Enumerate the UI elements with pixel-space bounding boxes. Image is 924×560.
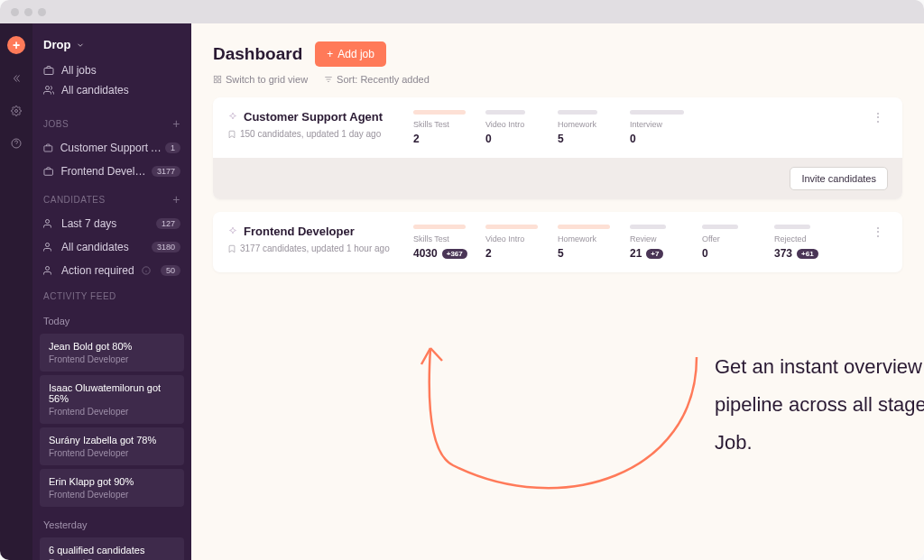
activity-feed-card[interactable]: Surány Izabella got 78%Frontend Develope… (40, 427, 184, 465)
stage-bar (413, 225, 466, 229)
activity-feed-card[interactable]: Jean Bold got 80%Frontend Developer (40, 334, 184, 372)
stage-label: Video Intro (485, 120, 547, 129)
sidebar-candidate-filter[interactable]: Last 7 days127 (32, 212, 191, 235)
activity-title: Erin Klapp got 90% (49, 476, 175, 487)
pipeline-stage[interactable]: Rejected 373+61 (774, 225, 836, 260)
stage-label: Homework (558, 120, 619, 129)
stage-value: 2 (413, 133, 475, 145)
svg-rect-11 (218, 76, 221, 78)
pipeline-stage[interactable]: Interview 0 (630, 110, 691, 145)
sidebar: Drop All jobs All candidates JOBS + Cust… (32, 23, 191, 560)
card-menu-button[interactable]: ⋮ (868, 225, 888, 239)
activity-subtitle: Frontend Developer (49, 490, 175, 500)
switch-view-button[interactable]: Switch to grid view (213, 74, 308, 85)
sparkle-icon (227, 226, 238, 237)
chevron-down-icon (76, 41, 85, 50)
activity-feed-card[interactable]: 6 qualified candidatesFrontend Developer (40, 537, 184, 560)
collapse-icon[interactable] (11, 72, 22, 87)
stage-value: 2 (485, 247, 547, 260)
stage-label: Review (630, 234, 691, 243)
stage-value: 4030+367 (413, 247, 475, 260)
section-candidates-header: CANDIDATES + (32, 183, 191, 212)
stage-bar (558, 110, 597, 115)
sidebar-candidate-filter[interactable]: Action required50 (32, 259, 191, 282)
users-icon (43, 218, 54, 229)
add-job-button[interactable]: + Add job (315, 41, 386, 67)
workspace-switcher[interactable]: Drop (32, 32, 191, 64)
users-icon (43, 265, 54, 276)
pipeline-stage[interactable]: Skills Test 4030+367 (413, 225, 475, 260)
nav-all-candidates[interactable]: All candidates (43, 84, 180, 96)
job-name[interactable]: Frontend Developer (227, 225, 395, 238)
pipeline-stage[interactable]: Skills Test 2 (413, 110, 475, 145)
card-menu-button[interactable]: ⋮ (868, 110, 888, 124)
pipeline-stage[interactable]: Offer 0 (702, 225, 763, 260)
briefcase-icon (43, 142, 53, 153)
svg-point-0 (15, 110, 18, 113)
job-card: Customer Support Agent 150 candidates, u… (213, 97, 902, 199)
activity-feed-card[interactable]: Isaac Oluwatemilorun got 56%Frontend Dev… (40, 375, 184, 424)
stage-bar (413, 110, 466, 115)
invite-candidates-button[interactable]: Invite candidates (790, 167, 888, 190)
delta-pill: +7 (646, 249, 663, 259)
sidebar-job-item[interactable]: Customer Support Agent1 (32, 136, 191, 160)
add-button[interactable]: + (7, 36, 25, 54)
sidebar-job-item[interactable]: Frontend Developer3177 (32, 160, 191, 183)
workspace-name: Drop (43, 38, 70, 51)
nav-all-jobs[interactable]: All jobs (43, 64, 180, 77)
sidebar-item-label: Action required (61, 264, 134, 277)
stage-bar (702, 225, 738, 229)
overlay-annotation-text: Get an instant overview of your hiring p… (715, 348, 924, 461)
delta-pill: +367 (442, 249, 467, 259)
pipeline-stage[interactable]: Video Intro 0 (485, 110, 547, 145)
stage-bar (485, 110, 525, 115)
job-card: Frontend Developer 3177 candidates, upda… (213, 212, 902, 272)
add-candidate-filter-icon[interactable]: + (172, 192, 180, 207)
sidebar-item-label: Frontend Developer (60, 165, 152, 178)
grid-icon (213, 75, 222, 84)
page-title: Dashboard (213, 44, 302, 64)
pipeline-stage[interactable]: Video Intro 2 (485, 225, 547, 260)
stage-bar (558, 225, 610, 229)
delta-pill: +61 (797, 249, 818, 259)
sort-button[interactable]: Sort: Recently added (324, 74, 430, 85)
main-content: Dashboard + Add job Switch to grid view … (191, 23, 924, 560)
stage-value: 5 (558, 133, 619, 145)
traffic-light-close[interactable] (11, 8, 19, 16)
activity-subtitle: Frontend Developer (49, 407, 175, 417)
sidebar-candidate-filter[interactable]: All candidates3180 (32, 235, 191, 259)
stage-value: 373+61 (774, 247, 836, 260)
traffic-light-min[interactable] (24, 8, 32, 16)
traffic-light-max[interactable] (38, 8, 46, 16)
svg-rect-4 (44, 146, 52, 151)
add-job-icon[interactable]: + (172, 116, 180, 131)
sparkle-icon (227, 112, 238, 123)
sort-label: Sort: Recently added (337, 74, 430, 85)
stage-value: 0 (702, 247, 763, 260)
svg-rect-12 (218, 80, 221, 83)
job-meta: 150 candidates, updated 1 day ago (227, 129, 395, 139)
job-name[interactable]: Customer Support Agent (227, 110, 395, 124)
sidebar-item-label: Customer Support Agent (60, 142, 165, 154)
pipeline-stage[interactable]: Homework 5 (558, 110, 619, 145)
stage-bar (630, 225, 666, 229)
settings-icon[interactable] (11, 105, 22, 119)
section-label: JOBS (43, 119, 69, 129)
activity-feed-card[interactable]: Erin Klapp got 90%Frontend Developer (40, 469, 184, 507)
svg-point-6 (46, 220, 50, 224)
stage-value: 0 (630, 133, 691, 145)
help-icon[interactable] (11, 137, 22, 151)
window-titlebar (0, 0, 924, 23)
briefcase-icon (43, 166, 53, 177)
job-meta: 3177 candidates, updated 1 hour ago (227, 243, 395, 253)
pipeline-stage[interactable]: Review 21+7 (630, 225, 691, 260)
feed-day-today: Today (32, 307, 191, 330)
stage-value: 21+7 (630, 247, 691, 260)
pipeline-stage[interactable]: Homework 5 (558, 225, 619, 260)
plus-icon: + (327, 48, 333, 60)
users-icon (43, 242, 54, 252)
nav-label: All candidates (61, 84, 129, 96)
sidebar-item-label: All candidates (61, 241, 129, 253)
sort-icon (324, 75, 333, 84)
feed-day-yesterday: Yesterday (32, 510, 191, 534)
